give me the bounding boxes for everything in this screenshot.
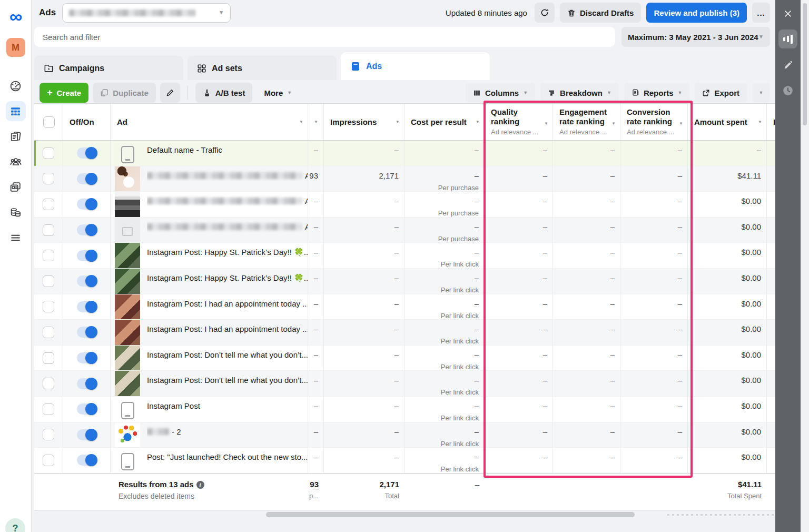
row-checkbox[interactable] xyxy=(34,243,63,268)
toggle-switch[interactable] xyxy=(77,327,97,338)
pages-icon[interactable] xyxy=(6,126,26,146)
ad-name[interactable]: Ad ... xyxy=(147,166,308,192)
sort-caret-icon[interactable] xyxy=(544,122,548,126)
duplicate-button[interactable]: Duplicate xyxy=(93,83,156,103)
refresh-button[interactable] xyxy=(535,3,555,23)
vertical-scrollbar[interactable] xyxy=(801,0,809,532)
workspace-avatar[interactable]: M xyxy=(6,38,25,57)
row-checkbox[interactable] xyxy=(34,346,63,371)
tab-ad-sets[interactable]: Ad sets xyxy=(188,56,337,80)
ad-thumbnail xyxy=(115,218,140,243)
breakdown-button[interactable]: Breakdown xyxy=(540,83,619,103)
ad-name[interactable]: Instagram Post: Don’t tell me what you d… xyxy=(147,346,308,371)
column-header-impressions[interactable]: Impressions xyxy=(324,104,404,140)
toggle-switch[interactable] xyxy=(77,429,97,440)
history-clock-icon[interactable] xyxy=(778,81,797,100)
all-tools-icon[interactable] xyxy=(6,228,26,248)
row-checkbox[interactable] xyxy=(34,218,63,243)
ad-name[interactable]: Post: "Just launched! Check out the new … xyxy=(147,448,308,473)
date-range-selector[interactable]: Maximum: 3 May 2021 - 3 Jun 2024 xyxy=(621,27,770,47)
column-header-ad[interactable]: Ad xyxy=(111,104,308,140)
column-header-engagement-ranking[interactable]: Engagement rate ranking Ad relevance ... xyxy=(553,104,620,140)
ad-name[interactable]: Ad ... xyxy=(147,192,308,217)
select-all-checkbox[interactable] xyxy=(34,104,63,140)
help-icon[interactable]: ? xyxy=(5,518,25,532)
row-checkbox[interactable] xyxy=(34,192,63,217)
sort-caret-icon[interactable] xyxy=(299,120,303,124)
sort-caret-icon[interactable] xyxy=(396,120,400,124)
ad-name[interactable]: Instagram Post: Happy St. Patrick’s Day!… xyxy=(147,243,308,268)
sort-caret-icon[interactable] xyxy=(611,122,616,126)
toggle-switch[interactable] xyxy=(77,352,97,363)
ad-name[interactable]: Instagram Post: I had an appointment tod… xyxy=(147,294,308,320)
more-button[interactable]: More xyxy=(256,83,299,103)
row-checkbox[interactable] xyxy=(34,371,63,396)
sort-caret-icon[interactable] xyxy=(679,122,683,126)
column-header-off-on[interactable]: Off/On xyxy=(63,104,111,140)
export-more-button[interactable] xyxy=(752,83,770,103)
ad-name[interactable]: Instagram Post: Happy St. Patrick’s Day!… xyxy=(147,269,308,294)
toggle-switch[interactable] xyxy=(77,301,97,312)
toggle-switch[interactable] xyxy=(77,455,97,466)
toggle-switch[interactable] xyxy=(77,403,97,415)
toggle-switch[interactable] xyxy=(77,378,97,389)
columns-button[interactable]: Columns xyxy=(466,83,535,103)
row-checkbox[interactable] xyxy=(34,294,63,320)
info-icon[interactable] xyxy=(196,481,204,489)
account-dropdown[interactable] xyxy=(62,3,231,23)
ab-test-button[interactable]: A/B test xyxy=(195,83,253,103)
review-publish-button[interactable]: Review and publish (3) xyxy=(646,3,747,23)
discard-drafts-button[interactable]: Discard Drafts xyxy=(560,3,642,23)
vertical-scrollbar-thumb[interactable] xyxy=(803,3,807,125)
column-header-results-cut[interactable] xyxy=(308,104,324,140)
ad-name[interactable]: Instagram Post: Don’t tell me what you d… xyxy=(147,371,308,396)
edit-pencil-icon[interactable] xyxy=(778,56,797,75)
ad-name[interactable]: Default name - Traffic xyxy=(147,141,222,166)
ad-name[interactable]: Instagram Post xyxy=(147,397,200,422)
ad-name[interactable]: - 2 xyxy=(147,422,181,448)
close-icon[interactable] xyxy=(778,4,797,23)
cost-value: – xyxy=(404,376,479,385)
engagement-ranking-cell: – xyxy=(553,448,620,473)
toggle-switch[interactable] xyxy=(77,199,97,210)
tab-ads[interactable]: Ads xyxy=(341,52,490,80)
row-checkbox[interactable] xyxy=(34,269,63,294)
ad-name[interactable]: Instagram Post: I had an appointment tod… xyxy=(147,320,308,345)
cost-basis: Per link click xyxy=(404,465,479,473)
more-options-button[interactable]: ... xyxy=(752,3,770,23)
tab-campaigns[interactable]: Campaigns xyxy=(34,56,183,80)
dashboard-icon[interactable] xyxy=(6,76,26,96)
meta-logo-icon[interactable]: ∞ xyxy=(0,7,32,25)
row-checkbox[interactable] xyxy=(34,166,63,192)
search-input[interactable]: Search and filter xyxy=(34,27,615,47)
row-checkbox[interactable] xyxy=(34,422,63,448)
row-checkbox[interactable] xyxy=(34,397,63,422)
toggle-switch[interactable] xyxy=(77,173,97,184)
create-button[interactable]: + Create xyxy=(40,83,88,103)
sort-caret-icon[interactable] xyxy=(758,120,762,124)
billing-icon[interactable] xyxy=(6,202,26,222)
ads-manager-icon[interactable] xyxy=(6,101,26,121)
row-checkbox[interactable] xyxy=(34,141,63,166)
ad-name[interactable]: Ad ... xyxy=(147,218,308,243)
insights-chart-icon[interactable] xyxy=(778,29,797,48)
audiences-icon[interactable] xyxy=(6,152,26,172)
horizontal-scrollbar-thumb[interactable] xyxy=(266,512,635,517)
toggle-switch[interactable] xyxy=(77,147,97,159)
sort-caret-icon[interactable] xyxy=(476,120,480,124)
column-header-amount-spent[interactable]: Amount spent xyxy=(688,104,767,140)
reports-button[interactable]: Reports xyxy=(624,83,690,103)
toggle-switch[interactable] xyxy=(77,224,97,235)
horizontal-scrollbar[interactable] xyxy=(34,511,775,518)
export-button[interactable]: Export xyxy=(695,83,747,103)
ads-library-icon[interactable] xyxy=(6,177,26,197)
sort-caret-icon[interactable] xyxy=(314,120,318,124)
column-header-cost-per-result[interactable]: Cost per result xyxy=(404,104,485,140)
row-checkbox[interactable] xyxy=(34,448,63,473)
column-header-quality-ranking[interactable]: Quality ranking Ad relevance ... xyxy=(485,104,553,140)
toggle-switch[interactable] xyxy=(77,275,97,287)
row-checkbox[interactable] xyxy=(34,320,63,345)
column-header-conversion-ranking[interactable]: Conversion rate ranking Ad relevance ... xyxy=(620,104,688,140)
toggle-switch[interactable] xyxy=(77,250,97,261)
edit-pencil-button[interactable] xyxy=(160,83,180,103)
